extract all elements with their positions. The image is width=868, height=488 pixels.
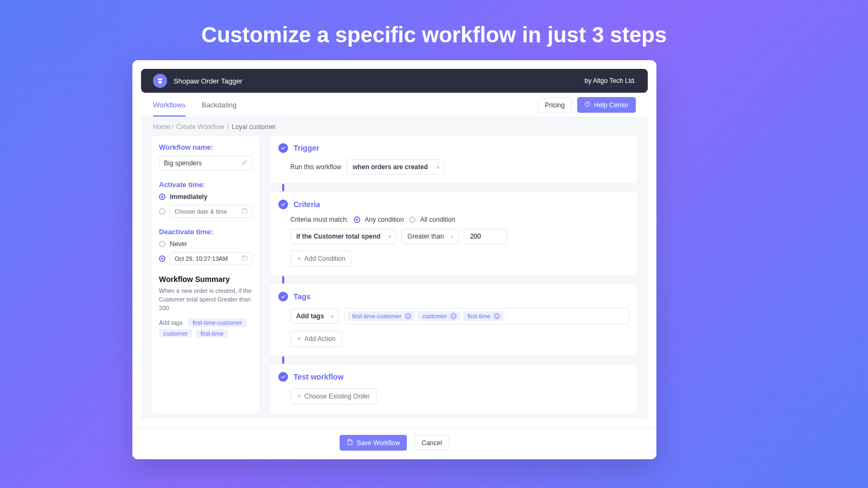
summary-add-tags-label: Add tags: [159, 319, 182, 326]
criteria-block: Criteria Criteria must match: Any condit…: [269, 191, 638, 276]
tab-backdating[interactable]: Backdating: [202, 93, 237, 117]
tag-label: first-time: [468, 313, 490, 319]
criteria-all-option[interactable]: All condition: [409, 216, 455, 223]
test-workflow-block: Test workflow + Choose Existing Order: [269, 364, 638, 414]
breadcrumb-create[interactable]: Create Workflow: [176, 123, 224, 131]
choose-existing-order-label: Choose Existing Order: [304, 393, 370, 400]
workflow-name-section: Workflow name:: [159, 143, 252, 171]
help-center-button[interactable]: Help Center: [577, 97, 636, 113]
tags-input[interactable]: first-time-customer ✕ customer ✕ first-t…: [344, 308, 629, 324]
tag-label: first-time-customer: [352, 313, 401, 319]
deactivate-date-option[interactable]: [159, 252, 252, 265]
trigger-block: Trigger Run this workflow when orders ar…: [269, 135, 638, 184]
save-icon: [347, 439, 353, 447]
criteria-field-select[interactable]: if the Customer total spend ▾: [290, 229, 396, 244]
tags-action-value: Add tags: [296, 312, 324, 320]
radio-icon: [159, 241, 165, 247]
calendar-icon[interactable]: [241, 255, 248, 263]
breadcrumb: Home/ Create Workflow / Loyal customer: [141, 118, 648, 135]
help-icon: [584, 101, 591, 109]
trigger-select[interactable]: when orders are created ▾: [347, 159, 444, 175]
check-circle-icon: [278, 372, 288, 382]
app-window: Shopaw Order Tagger by Altgo Tech Ltd. W…: [132, 60, 656, 459]
cancel-button[interactable]: Cancel: [414, 435, 449, 451]
activate-immediately-option[interactable]: Immediately: [159, 193, 252, 201]
criteria-match-label: Criteria must match:: [290, 216, 348, 223]
tabs: Workflows Backdating: [153, 93, 237, 117]
tag-label: customer: [422, 313, 446, 319]
svg-rect-6: [242, 256, 247, 260]
svg-point-4: [587, 105, 588, 106]
tab-workflows[interactable]: Workflows: [153, 93, 186, 117]
content-wrap: Home/ Create Workflow / Loyal customer W…: [141, 118, 648, 419]
tag-pill: first-time ✕: [463, 311, 503, 321]
workflow-name-input[interactable]: [159, 156, 252, 171]
tags-block: Tags Add tags ▾ first-time-customer: [269, 284, 638, 356]
remove-tag-icon[interactable]: ✕: [494, 313, 500, 319]
tag-pill: customer ✕: [418, 311, 459, 321]
deactivate-time-section: Deactivate time: Never: [159, 228, 252, 265]
main-panel: Trigger Run this workflow when orders ar…: [269, 135, 638, 414]
help-center-label: Help Center: [594, 101, 629, 109]
calendar-icon[interactable]: [241, 208, 248, 216]
radio-icon: [159, 208, 165, 215]
connector-line: [282, 276, 284, 284]
save-workflow-label: Save Workflow: [356, 439, 400, 447]
test-workflow-title: Test workflow: [293, 373, 343, 381]
criteria-operator-select[interactable]: Greater than ▾: [401, 229, 458, 244]
chevron-down-icon: ▾: [451, 234, 454, 240]
activate-date-input[interactable]: [170, 205, 252, 218]
chevron-down-icon: ▾: [331, 313, 334, 319]
edit-icon[interactable]: [241, 159, 248, 168]
check-circle-icon: [278, 292, 288, 301]
app-logo-icon: [153, 74, 167, 88]
summary-tag-chip: first-time: [196, 329, 228, 338]
app-header: Shopaw Order Tagger by Altgo Tech Ltd.: [141, 69, 648, 93]
criteria-any-option[interactable]: Any condition: [354, 216, 404, 223]
breadcrumb-home[interactable]: Home: [153, 123, 170, 131]
radio-icon: [159, 194, 165, 200]
deactivate-never-label: Never: [170, 240, 187, 248]
summary-tag-chip: customer: [159, 329, 192, 338]
tags-action-select[interactable]: Add tags ▾: [290, 309, 339, 324]
summary-tags: Add tags first-time-customer customer fi…: [159, 317, 252, 339]
svg-rect-7: [349, 440, 351, 441]
check-circle-icon: [278, 200, 288, 209]
app-name: Shopaw Order Tagger: [174, 77, 242, 85]
workflow-summary-title: Workflow Summary: [159, 275, 252, 284]
activate-date-option[interactable]: [159, 205, 252, 218]
pricing-button[interactable]: Pricing: [538, 98, 572, 113]
add-action-button[interactable]: + Add Action: [290, 331, 342, 347]
svg-point-0: [158, 78, 160, 80]
deactivate-never-option[interactable]: Never: [159, 240, 252, 248]
hero-title: Customize a specific workflow in just 3 …: [0, 0, 868, 47]
svg-rect-5: [242, 209, 247, 213]
sidebar: Workflow name: Activate time: Immediatel…: [151, 135, 260, 414]
activate-time-label: Activate time:: [159, 181, 252, 189]
app-byline: by Altgo Tech Ltd.: [584, 77, 636, 85]
tabs-actions: Pricing Help Center: [538, 93, 636, 117]
remove-tag-icon[interactable]: ✕: [405, 313, 411, 319]
chevron-down-icon: ▾: [437, 164, 439, 170]
add-condition-label: Add Condition: [304, 255, 345, 262]
deactivate-date-input[interactable]: [170, 252, 252, 265]
activate-immediately-label: Immediately: [170, 193, 207, 201]
deactivate-time-label: Deactivate time:: [159, 228, 252, 236]
workflow-summary-section: Workflow Summary When a new order is cre…: [159, 275, 252, 339]
tag-pill: first-time-customer ✕: [348, 311, 414, 321]
plus-icon: +: [297, 335, 301, 343]
criteria-all-label: All condition: [420, 216, 455, 223]
trigger-select-value: when orders are created: [353, 163, 428, 171]
svg-point-2: [158, 81, 162, 84]
choose-existing-order-button[interactable]: + Choose Existing Order: [290, 388, 377, 404]
workflow-summary-text: When a new order is created, if the Cust…: [159, 287, 252, 313]
criteria-operator-value: Greater than: [407, 233, 444, 240]
breadcrumb-current: Loyal customer: [232, 123, 276, 131]
save-workflow-button[interactable]: Save Workflow: [340, 435, 407, 451]
add-condition-button[interactable]: + Add Condition: [290, 251, 352, 267]
workflow-name-label: Workflow name:: [159, 143, 252, 151]
summary-tag-chip: first-time-customer: [188, 318, 246, 327]
tags-title: Tags: [293, 292, 311, 301]
remove-tag-icon[interactable]: ✕: [450, 313, 457, 319]
criteria-value-input[interactable]: [464, 229, 507, 244]
